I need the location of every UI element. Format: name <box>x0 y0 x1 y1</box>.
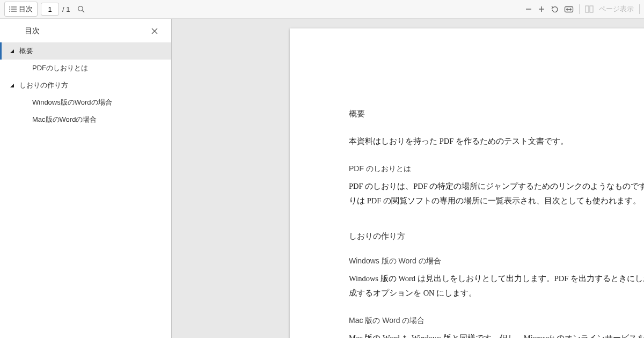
list-icon <box>9 6 17 12</box>
svg-rect-13 <box>586 6 589 12</box>
svg-point-6 <box>78 6 83 11</box>
doc-heading-1: しおりの作り方 <box>349 231 644 241</box>
zoom-in-icon[interactable] <box>538 5 545 13</box>
sidebar-header: 目次 <box>0 19 171 42</box>
toolbar-left: 目次 / 1 <box>4 2 85 17</box>
toc-item-label: Mac版のWordの場合 <box>30 115 97 124</box>
toc-item-label: Windows版のWordの場合 <box>30 98 112 107</box>
toc-item-label: しおりの作り方 <box>17 80 68 90</box>
toc-item[interactable]: PDFのしおりとは <box>0 60 171 77</box>
toc-list: 概要PDFのしおりとはしおりの作り方Windows版のWordの場合Mac版のW… <box>0 42 171 128</box>
toc-toggle-button[interactable]: 目次 <box>4 2 38 17</box>
toc-item-label: PDFのしおりとは <box>30 63 88 73</box>
chevron-down-icon <box>10 49 17 54</box>
doc-paragraph: Mac 版の Word も Windows 版と同様です。但し、Microsof… <box>349 331 644 338</box>
close-icon[interactable] <box>148 26 162 36</box>
fit-width-icon[interactable] <box>564 6 574 13</box>
toc-item-label: 概要 <box>17 46 33 56</box>
main-area: 目次 概要PDFのしおりとはしおりの作り方Windows版のWordの場合Mac… <box>0 19 644 338</box>
spacer <box>349 224 644 231</box>
svg-point-4 <box>9 9 10 10</box>
svg-point-5 <box>9 11 10 12</box>
page-number-input[interactable] <box>41 3 59 16</box>
doc-heading-1: 概要 <box>349 109 644 119</box>
doc-paragraph: PDF のしおりは、PDF の特定の場所にジャンプするためのリンクのようなもので… <box>349 179 644 209</box>
doc-heading-2: Windows 版の Word の場合 <box>349 256 644 266</box>
toolbar-right: ページ表示 <box>525 4 640 14</box>
doc-heading-2: PDF のしおりとは <box>349 164 644 174</box>
doc-heading-2: Mac 版の Word の場合 <box>349 316 644 326</box>
pdf-page: 概要本資料はしおりを持った PDF を作るためのテスト文書です。PDF のしおり… <box>290 28 644 338</box>
search-icon[interactable] <box>77 5 85 13</box>
chevron-down-icon <box>10 83 17 88</box>
toc-item[interactable]: しおりの作り方 <box>0 77 171 94</box>
toc-toggle-label: 目次 <box>19 4 33 14</box>
svg-line-7 <box>83 10 85 12</box>
doc-paragraph: Windows 版の Word は見出しをしおりとして出力します。PDF を出力… <box>349 271 644 301</box>
page-view-icon <box>585 5 594 13</box>
svg-marker-17 <box>10 49 14 53</box>
toc-item[interactable]: Windows版のWordの場合 <box>0 94 171 111</box>
toc-sidebar: 目次 概要PDFのしおりとはしおりの作り方Windows版のWordの場合Mac… <box>0 19 172 338</box>
page-total-label: / 1 <box>62 5 70 13</box>
rotate-icon[interactable] <box>551 5 559 13</box>
divider <box>579 4 580 14</box>
sidebar-title: 目次 <box>25 26 40 36</box>
divider <box>639 4 640 14</box>
svg-point-3 <box>9 6 10 8</box>
doc-paragraph: 本資料はしおりを持った PDF を作るためのテスト文書です。 <box>349 134 644 149</box>
toc-item[interactable]: 概要 <box>0 42 171 60</box>
svg-rect-14 <box>590 6 593 12</box>
toc-item[interactable]: Mac版のWordの場合 <box>0 111 171 128</box>
page-view-label: ページ表示 <box>599 4 634 14</box>
svg-marker-18 <box>10 84 14 87</box>
document-viewer[interactable]: 概要本資料はしおりを持った PDF を作るためのテスト文書です。PDF のしおり… <box>172 19 644 338</box>
zoom-out-icon[interactable] <box>525 5 532 13</box>
toolbar: 目次 / 1 ページ表示 <box>0 0 644 19</box>
